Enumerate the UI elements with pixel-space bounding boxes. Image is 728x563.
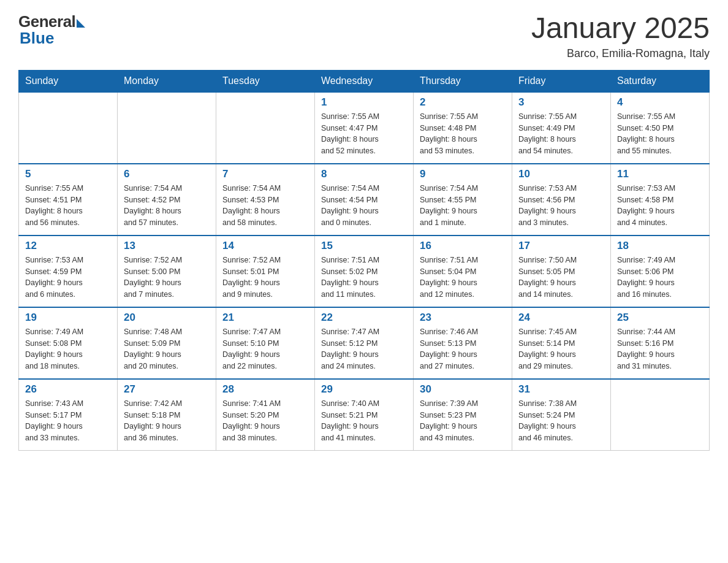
day-info: Sunrise: 7:53 AM Sunset: 4:59 PM Dayligh… — [25, 255, 111, 301]
calendar-cell — [611, 379, 710, 451]
day-header-wednesday: Wednesday — [315, 70, 414, 92]
calendar-cell: 21Sunrise: 7:47 AM Sunset: 5:10 PM Dayli… — [216, 307, 315, 379]
day-info: Sunrise: 7:53 AM Sunset: 4:56 PM Dayligh… — [518, 183, 604, 229]
day-number: 20 — [124, 312, 210, 324]
calendar-cell: 24Sunrise: 7:45 AM Sunset: 5:14 PM Dayli… — [512, 307, 611, 379]
day-info: Sunrise: 7:39 AM Sunset: 5:23 PM Dayligh… — [420, 398, 506, 444]
day-number: 28 — [222, 383, 308, 396]
calendar-cell: 13Sunrise: 7:52 AM Sunset: 5:00 PM Dayli… — [118, 236, 216, 307]
day-number: 27 — [124, 383, 210, 396]
logo-arrow-icon — [77, 19, 85, 28]
day-number: 26 — [25, 383, 111, 396]
calendar-cell: 2Sunrise: 7:55 AM Sunset: 4:48 PM Daylig… — [414, 92, 512, 164]
day-number: 6 — [124, 168, 210, 180]
day-info: Sunrise: 7:46 AM Sunset: 5:13 PM Dayligh… — [420, 326, 506, 372]
day-number: 30 — [420, 383, 506, 396]
day-number: 24 — [518, 312, 604, 324]
day-number: 15 — [321, 240, 407, 252]
day-header-monday: Monday — [118, 70, 216, 92]
day-info: Sunrise: 7:38 AM Sunset: 5:24 PM Dayligh… — [518, 398, 604, 444]
day-number: 14 — [222, 240, 308, 252]
day-info: Sunrise: 7:54 AM Sunset: 4:52 PM Dayligh… — [124, 183, 210, 229]
day-number: 13 — [124, 240, 210, 252]
day-info: Sunrise: 7:45 AM Sunset: 5:14 PM Dayligh… — [518, 326, 604, 372]
day-number: 7 — [222, 168, 308, 180]
calendar-cell: 17Sunrise: 7:50 AM Sunset: 5:05 PM Dayli… — [512, 236, 611, 307]
calendar-cell: 11Sunrise: 7:53 AM Sunset: 4:58 PM Dayli… — [611, 164, 710, 236]
page-header: General Blue January 2025 Barco, Emilia-… — [18, 12, 710, 60]
calendar-cell: 9Sunrise: 7:54 AM Sunset: 4:55 PM Daylig… — [414, 164, 512, 236]
day-info: Sunrise: 7:41 AM Sunset: 5:20 PM Dayligh… — [222, 398, 308, 444]
calendar-cell: 31Sunrise: 7:38 AM Sunset: 5:24 PM Dayli… — [512, 379, 611, 451]
day-info: Sunrise: 7:54 AM Sunset: 4:54 PM Dayligh… — [321, 183, 407, 229]
day-header-friday: Friday — [512, 70, 611, 92]
day-number: 19 — [25, 312, 111, 324]
week-row-3: 12Sunrise: 7:53 AM Sunset: 4:59 PM Dayli… — [19, 236, 710, 307]
calendar-cell: 3Sunrise: 7:55 AM Sunset: 4:49 PM Daylig… — [512, 92, 611, 164]
day-info: Sunrise: 7:53 AM Sunset: 4:58 PM Dayligh… — [617, 183, 703, 229]
calendar-table: SundayMondayTuesdayWednesdayThursdayFrid… — [18, 70, 710, 451]
calendar-cell: 10Sunrise: 7:53 AM Sunset: 4:56 PM Dayli… — [512, 164, 611, 236]
month-year-title: January 2025 — [531, 12, 710, 45]
day-info: Sunrise: 7:51 AM Sunset: 5:02 PM Dayligh… — [321, 255, 407, 301]
day-header-saturday: Saturday — [611, 70, 710, 92]
calendar-cell: 29Sunrise: 7:40 AM Sunset: 5:21 PM Dayli… — [315, 379, 414, 451]
location-subtitle: Barco, Emilia-Romagna, Italy — [531, 47, 710, 60]
day-number: 2 — [420, 96, 506, 109]
day-info: Sunrise: 7:49 AM Sunset: 5:08 PM Dayligh… — [25, 326, 111, 372]
day-info: Sunrise: 7:47 AM Sunset: 5:12 PM Dayligh… — [321, 326, 407, 372]
logo: General Blue — [18, 12, 85, 48]
day-info: Sunrise: 7:55 AM Sunset: 4:49 PM Dayligh… — [518, 111, 604, 157]
day-info: Sunrise: 7:43 AM Sunset: 5:17 PM Dayligh… — [25, 398, 111, 444]
day-header-sunday: Sunday — [19, 70, 118, 92]
day-info: Sunrise: 7:55 AM Sunset: 4:51 PM Dayligh… — [25, 183, 111, 229]
day-info: Sunrise: 7:40 AM Sunset: 5:21 PM Dayligh… — [321, 398, 407, 444]
day-info: Sunrise: 7:52 AM Sunset: 5:01 PM Dayligh… — [222, 255, 308, 301]
day-number: 9 — [420, 168, 506, 180]
day-info: Sunrise: 7:44 AM Sunset: 5:16 PM Dayligh… — [617, 326, 703, 372]
day-number: 3 — [518, 96, 604, 109]
calendar-cell: 6Sunrise: 7:54 AM Sunset: 4:52 PM Daylig… — [118, 164, 216, 236]
day-number: 10 — [518, 168, 604, 180]
calendar-cell — [216, 92, 315, 164]
calendar-cell: 4Sunrise: 7:55 AM Sunset: 4:50 PM Daylig… — [611, 92, 710, 164]
calendar-cell: 15Sunrise: 7:51 AM Sunset: 5:02 PM Dayli… — [315, 236, 414, 307]
calendar-cell — [118, 92, 216, 164]
day-number: 31 — [518, 383, 604, 396]
day-number: 8 — [321, 168, 407, 180]
calendar-cell: 26Sunrise: 7:43 AM Sunset: 5:17 PM Dayli… — [19, 379, 118, 451]
day-number: 23 — [420, 312, 506, 324]
day-info: Sunrise: 7:49 AM Sunset: 5:06 PM Dayligh… — [617, 255, 703, 301]
day-number: 11 — [617, 168, 703, 180]
logo-blue-text: Blue — [20, 29, 54, 48]
calendar-cell: 1Sunrise: 7:55 AM Sunset: 4:47 PM Daylig… — [315, 92, 414, 164]
day-info: Sunrise: 7:48 AM Sunset: 5:09 PM Dayligh… — [124, 326, 210, 372]
calendar-cell: 30Sunrise: 7:39 AM Sunset: 5:23 PM Dayli… — [414, 379, 512, 451]
day-info: Sunrise: 7:42 AM Sunset: 5:18 PM Dayligh… — [124, 398, 210, 444]
day-info: Sunrise: 7:50 AM Sunset: 5:05 PM Dayligh… — [518, 255, 604, 301]
day-number: 22 — [321, 312, 407, 324]
calendar-cell: 25Sunrise: 7:44 AM Sunset: 5:16 PM Dayli… — [611, 307, 710, 379]
calendar-cell: 23Sunrise: 7:46 AM Sunset: 5:13 PM Dayli… — [414, 307, 512, 379]
day-info: Sunrise: 7:52 AM Sunset: 5:00 PM Dayligh… — [124, 255, 210, 301]
calendar-cell: 22Sunrise: 7:47 AM Sunset: 5:12 PM Dayli… — [315, 307, 414, 379]
day-info: Sunrise: 7:55 AM Sunset: 4:48 PM Dayligh… — [420, 111, 506, 157]
day-number: 1 — [321, 96, 407, 109]
calendar-cell: 12Sunrise: 7:53 AM Sunset: 4:59 PM Dayli… — [19, 236, 118, 307]
week-row-2: 5Sunrise: 7:55 AM Sunset: 4:51 PM Daylig… — [19, 164, 710, 236]
day-info: Sunrise: 7:54 AM Sunset: 4:55 PM Dayligh… — [420, 183, 506, 229]
day-info: Sunrise: 7:54 AM Sunset: 4:53 PM Dayligh… — [222, 183, 308, 229]
calendar-cell: 8Sunrise: 7:54 AM Sunset: 4:54 PM Daylig… — [315, 164, 414, 236]
day-number: 21 — [222, 312, 308, 324]
calendar-header-row: SundayMondayTuesdayWednesdayThursdayFrid… — [19, 70, 710, 92]
calendar-cell: 20Sunrise: 7:48 AM Sunset: 5:09 PM Dayli… — [118, 307, 216, 379]
day-number: 16 — [420, 240, 506, 252]
day-info: Sunrise: 7:47 AM Sunset: 5:10 PM Dayligh… — [222, 326, 308, 372]
calendar-cell: 28Sunrise: 7:41 AM Sunset: 5:20 PM Dayli… — [216, 379, 315, 451]
week-row-5: 26Sunrise: 7:43 AM Sunset: 5:17 PM Dayli… — [19, 379, 710, 451]
calendar-cell: 5Sunrise: 7:55 AM Sunset: 4:51 PM Daylig… — [19, 164, 118, 236]
day-number: 5 — [25, 168, 111, 180]
day-number: 4 — [617, 96, 703, 109]
calendar-cell: 19Sunrise: 7:49 AM Sunset: 5:08 PM Dayli… — [19, 307, 118, 379]
calendar-cell: 7Sunrise: 7:54 AM Sunset: 4:53 PM Daylig… — [216, 164, 315, 236]
